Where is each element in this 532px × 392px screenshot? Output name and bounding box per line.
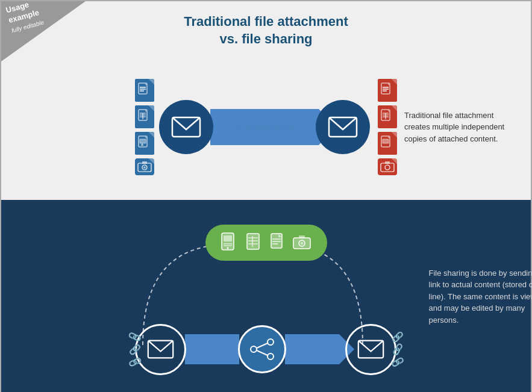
green-file-box bbox=[205, 225, 327, 261]
bottom-left-email-circle bbox=[135, 324, 186, 375]
svg-rect-38 bbox=[385, 161, 390, 164]
svg-rect-42 bbox=[224, 235, 232, 241]
svg-point-63 bbox=[251, 346, 257, 352]
svg-rect-36 bbox=[381, 163, 394, 172]
bottom-section: 🔗 🔗 🔗 bbox=[1, 200, 531, 392]
right-email-circle bbox=[316, 100, 370, 154]
share-circle bbox=[238, 325, 286, 373]
svg-point-18 bbox=[143, 166, 146, 169]
phone-doc-icon bbox=[221, 232, 240, 254]
file-icon-red-pres bbox=[378, 132, 397, 155]
svg-line-65 bbox=[257, 350, 268, 355]
svg-point-45 bbox=[227, 247, 228, 249]
bottom-right-email-circle bbox=[345, 324, 396, 375]
bottom-inner: 🔗 🔗 🔗 bbox=[92, 207, 441, 387]
svg-point-58 bbox=[300, 241, 303, 244]
top-section: Usage example fully editable Traditional… bbox=[1, 1, 531, 200]
bottom-arrow-left bbox=[185, 334, 239, 364]
watermark: © infoDiagram.com bbox=[237, 123, 294, 131]
svg-rect-46 bbox=[247, 234, 259, 249]
bottom-row: 🔗 🔗 🔗 bbox=[129, 324, 404, 375]
file-icon-red-sheet bbox=[378, 105, 397, 128]
bottom-description: File sharing is done by sending a link t… bbox=[429, 267, 533, 326]
svg-rect-13 bbox=[140, 139, 146, 143]
right-link-icons: 🔗 🔗 🔗 bbox=[392, 331, 404, 368]
top-diagram-area: © infoDiagram.com bbox=[1, 54, 531, 200]
svg-rect-59 bbox=[299, 235, 305, 238]
link-icon-5: 🔗 bbox=[390, 342, 404, 356]
svg-point-62 bbox=[268, 353, 274, 359]
svg-line-64 bbox=[257, 343, 268, 348]
left-file-icons bbox=[135, 79, 154, 175]
file-icon-doc bbox=[135, 79, 154, 102]
right-file-icons bbox=[378, 79, 397, 175]
main-title: Traditional file attachment vs. file sha… bbox=[1, 1, 531, 54]
link-icon-6: 🔗 bbox=[390, 355, 404, 369]
svg-rect-19 bbox=[142, 161, 147, 164]
file-icon-red-doc bbox=[378, 79, 397, 102]
link-icon-3: 🔗 bbox=[127, 355, 142, 370]
green-sheet-icon bbox=[246, 232, 264, 253]
left-email-circle bbox=[159, 100, 213, 154]
link-icon-4: 🔗 bbox=[392, 331, 404, 343]
green-doc-icon bbox=[270, 232, 287, 253]
svg-point-61 bbox=[268, 339, 274, 345]
main-container: Usage example fully editable Traditional… bbox=[0, 0, 532, 392]
file-icon-red-cam bbox=[378, 158, 397, 175]
file-icon-pres bbox=[135, 132, 154, 155]
link-icon-1: 🔗 bbox=[127, 329, 142, 344]
green-cam-icon bbox=[293, 234, 312, 251]
share-icon bbox=[249, 337, 275, 361]
file-icon-cam bbox=[135, 158, 154, 175]
left-link-icons: 🔗 🔗 🔗 bbox=[129, 331, 141, 368]
link-icon-2: 🔗 bbox=[129, 344, 141, 355]
bottom-arrow-right bbox=[285, 334, 339, 364]
svg-rect-35 bbox=[383, 139, 389, 143]
file-icon-sheet bbox=[135, 105, 154, 128]
top-description: Traditional file attachment creates mult… bbox=[404, 109, 513, 145]
